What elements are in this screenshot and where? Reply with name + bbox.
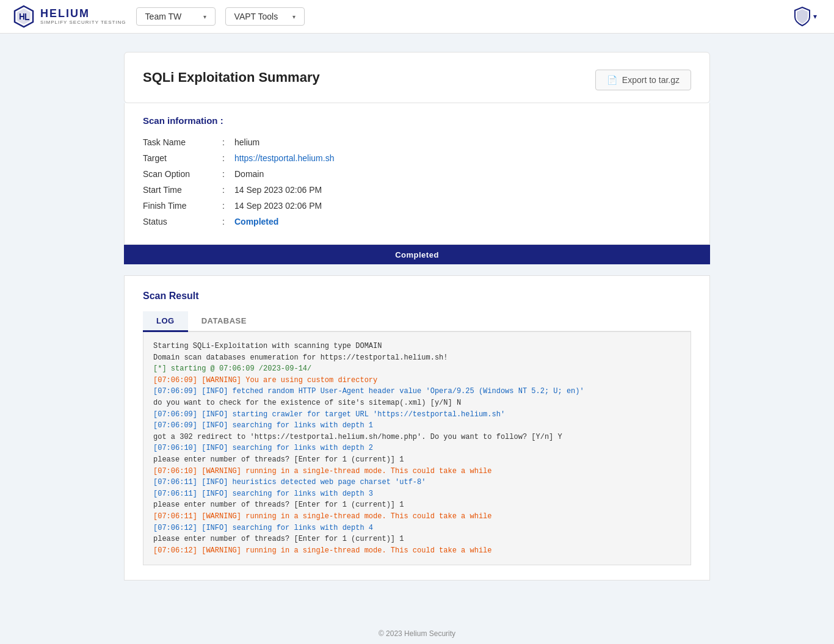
task-name-value: helium xyxy=(234,134,691,150)
task-name-label: Task Name xyxy=(143,134,222,150)
target-colon: : xyxy=(222,150,234,166)
start-time-row: Start Time : 14 Sep 2023 02:06 PM xyxy=(143,182,691,198)
scan-result-title: Scan Result xyxy=(143,291,691,302)
footer: © 2023 Helium Security xyxy=(0,617,834,644)
task-name-row: Task Name : helium xyxy=(143,134,691,150)
scan-option-value: Domain xyxy=(234,166,691,182)
team-dropdown[interactable]: Team TW ▾ xyxy=(136,7,216,26)
status-label: Status xyxy=(143,214,222,230)
scan-info-section: Scan information : Task Name : helium Ta… xyxy=(124,103,710,245)
start-time-colon: : xyxy=(222,182,234,198)
finish-time-colon: : xyxy=(222,198,234,214)
tabs-bar: LOG DATABASE xyxy=(143,311,691,332)
tools-dropdown[interactable]: VAPT Tools ▾ xyxy=(225,7,305,26)
page-header: SQLi Exploitation Summary 📄 Export to ta… xyxy=(124,52,710,103)
navbar: HELIUM Simplify Security Testing Team TW… xyxy=(0,0,834,34)
brand-name: HELIUM xyxy=(40,8,126,20)
tab-log[interactable]: LOG xyxy=(143,311,188,332)
target-link[interactable]: https://testportal.helium.sh xyxy=(234,153,334,163)
page-title: SQLi Exploitation Summary xyxy=(143,70,320,85)
shield-nav-icon xyxy=(794,7,811,26)
finish-time-label: Finish Time xyxy=(143,198,222,214)
export-button-label: Export to tar.gz xyxy=(622,75,680,85)
scan-option-colon: : xyxy=(222,166,234,182)
logo: HELIUM Simplify Security Testing xyxy=(12,5,126,28)
progress-bar-wrapper: Completed xyxy=(124,245,710,264)
scan-info-table: Task Name : helium Target : https://test… xyxy=(143,134,691,230)
helium-logo-icon xyxy=(12,5,35,28)
status-completed-text: Completed xyxy=(234,217,278,226)
tagline: Simplify Security Testing xyxy=(40,20,126,26)
progress-label: Completed xyxy=(395,250,439,259)
scan-option-label: Scan Option xyxy=(143,166,222,182)
scan-option-row: Scan Option : Domain xyxy=(143,166,691,182)
status-badge: Completed xyxy=(234,214,691,230)
status-row: Status : Completed xyxy=(143,214,691,230)
navbar-right: ▾ xyxy=(789,4,822,29)
user-chevron: ▾ xyxy=(813,12,817,21)
target-value: https://testportal.helium.sh xyxy=(234,150,691,166)
navbar-left: HELIUM Simplify Security Testing Team TW… xyxy=(12,5,305,28)
scan-info-title: Scan information : xyxy=(143,115,691,126)
status-colon: : xyxy=(222,214,234,230)
start-time-label: Start Time xyxy=(143,182,222,198)
logo-text: HELIUM Simplify Security Testing xyxy=(40,8,126,26)
team-chevron-icon: ▾ xyxy=(203,13,206,20)
footer-copyright: © 2023 Helium Security xyxy=(379,629,455,638)
export-button[interactable]: 📄 Export to tar.gz xyxy=(595,70,691,90)
finish-time-row: Finish Time : 14 Sep 2023 02:06 PM xyxy=(143,198,691,214)
start-time-value: 14 Sep 2023 02:06 PM xyxy=(234,182,691,198)
team-dropdown-label: Team TW xyxy=(145,12,182,21)
target-row: Target : https://testportal.helium.sh xyxy=(143,150,691,166)
log-output: Starting SQLi-Exploitation with scanning… xyxy=(143,332,691,565)
finish-time-value: 14 Sep 2023 02:06 PM xyxy=(234,198,691,214)
task-name-colon: : xyxy=(222,134,234,150)
main-wrapper: SQLi Exploitation Summary 📄 Export to ta… xyxy=(112,34,722,617)
tab-database[interactable]: DATABASE xyxy=(188,311,260,332)
scan-result-section: Scan Result LOG DATABASE Starting SQLi-E… xyxy=(124,275,710,581)
target-label: Target xyxy=(143,150,222,166)
tools-chevron-icon: ▾ xyxy=(292,13,296,20)
file-icon: 📄 xyxy=(607,75,617,85)
progress-bar: Completed xyxy=(124,245,710,264)
user-menu-button[interactable]: ▾ xyxy=(789,4,822,29)
tools-dropdown-label: VAPT Tools xyxy=(234,12,278,21)
